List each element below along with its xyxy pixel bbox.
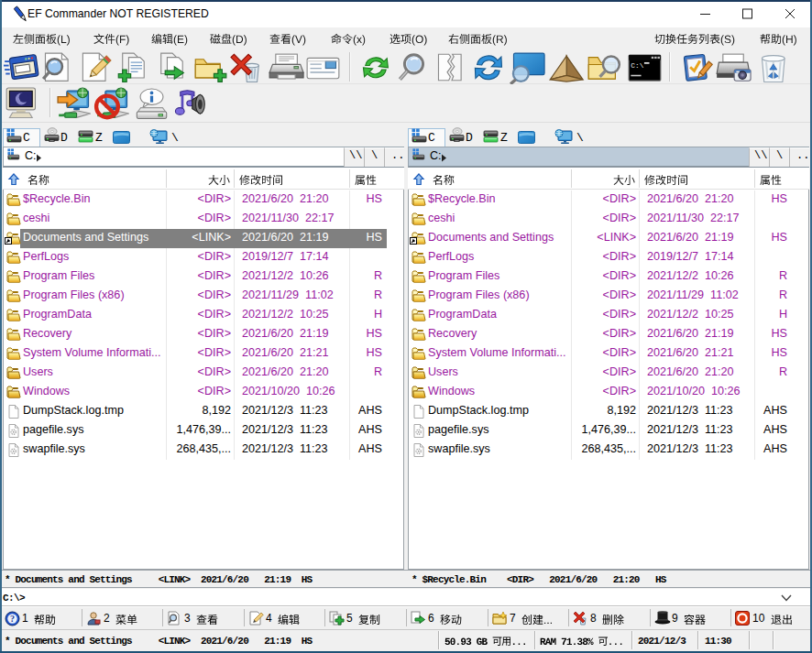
svg-text:C:\: C:\	[631, 61, 643, 70]
svg-text:?: ?	[10, 614, 15, 624]
